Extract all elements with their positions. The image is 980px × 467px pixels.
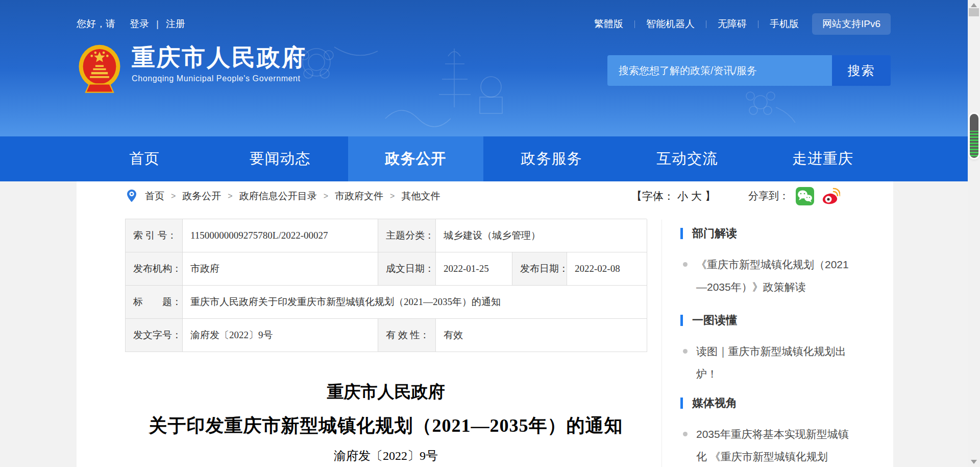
sidebar-section-title: 一图读懂 [692,313,737,328]
greeting-text: 您好，请 [77,17,115,31]
search-button[interactable]: 搜索 [832,55,891,86]
breadcrumb-separator: > [390,192,395,201]
font-smaller-button[interactable]: 小 [677,189,688,203]
bullet-dot-icon [683,349,688,354]
meta-label-title: 标 题： [126,286,183,319]
register-link[interactable]: 注册 [166,17,185,31]
share-label: 分享到： [748,189,789,203]
sidebar-item-text: 读图｜重庆市新型城镇化规划出炉！ [696,340,850,385]
bullet-dot-icon [683,432,688,436]
utility-bar: 您好，请 登录 | 注册 繁體版 智能机器人 无障碍 手机版 网站支持IPv6 [0,13,968,35]
site-header: 您好，请 登录 | 注册 繁體版 智能机器人 无障碍 手机版 网站支持IPv6 [0,0,968,136]
section-accent-bar [680,315,683,326]
breadcrumb-separator: > [324,192,328,201]
font-larger-button[interactable]: 大 [691,189,702,203]
font-size-control: 【字体： 小 大 】 [631,189,716,203]
sidebar-section-title: 媒体视角 [692,395,737,411]
sidebar-section-title: 部门解读 [692,226,737,241]
breadcrumb-gov-open[interactable]: 政务公开 [182,190,221,203]
location-pin-icon [127,189,137,203]
breadcrumb-info-directory[interactable]: 政府信息公开目录 [239,190,317,203]
sidebar-item-text: 《重庆市新型城镇化规划（2021—2035年）》政策解读 [696,253,850,298]
accessibility-link[interactable]: 无障碍 [718,17,747,31]
font-size-label-open: 【字体： [631,189,674,203]
document-title-line1: 重庆市人民政府 [125,382,647,402]
scrollbar-down-arrow[interactable] [971,460,977,464]
bullet-dot-icon [683,262,688,267]
meta-value-topic-category: 城乡建设（城乡管理） [436,219,647,252]
nav-item-news[interactable]: 要闻动态 [212,136,348,181]
breadcrumb-home[interactable]: 首页 [145,190,164,203]
meta-label-index-no: 索 引 号： [126,219,183,252]
nav-item-about-chongqing[interactable]: 走进重庆 [755,136,891,181]
site-title: 重庆市人民政府 [132,43,307,72]
related-sidebar: 部门解读 《重庆市新型城镇化规划（2021—2035年）》政策解读 一图读懂 读… [662,220,893,467]
meta-value-title: 重庆市人民政府关于印发重庆市新型城镇化规划（2021—2035年）的通知 [183,286,647,319]
site-brand[interactable]: 重庆市人民政府 Chongqing Municipal People's Gov… [77,43,307,100]
login-register-separator: | [156,18,159,30]
sidebar-item-media-article[interactable]: 2035年重庆将基本实现新型城镇化 《重庆市新型城镇化规划（2021—2035年… [680,423,893,467]
sidebar-section-media-view: 媒体视角 [680,395,893,411]
browser-viewport: 您好，请 登录 | 注册 繁體版 智能机器人 无障碍 手机版 网站支持IPv6 [0,0,980,467]
sidebar-item-policy-interpretation[interactable]: 《重庆市新型城镇化规划（2021—2035年）》政策解读 [680,253,893,298]
main-navigation: 首页 要闻动态 政务公开 政务服务 互动交流 走进重庆 [0,136,968,181]
document-title-line2: 关于印发重庆市新型城镇化规划（2021—2035年）的通知 [125,414,647,437]
login-link[interactable]: 登录 [130,17,149,31]
scrollbar-up-arrow[interactable] [971,3,977,7]
weibo-share-icon[interactable] [821,186,840,206]
scrollbar-green-extension-widget[interactable] [970,114,978,158]
nav-item-gov-services[interactable]: 政务服务 [483,136,619,181]
section-accent-bar [680,228,683,239]
sidebar-section-infographic: 一图读懂 [680,313,893,328]
meta-label-validity: 有 效 性： [378,319,436,352]
breadcrumb-separator: > [171,192,176,201]
national-emblem-logo [77,43,122,100]
smart-robot-link[interactable]: 智能机器人 [646,17,695,31]
document-meta-table: 索 引 号： 11500000009275780L/2022-00027 主题分… [125,219,647,352]
utility-separator [634,20,635,28]
scrollbar-thumb[interactable] [969,8,979,16]
sidebar-section-dept-interpretation: 部门解读 [680,226,893,241]
nav-item-home[interactable]: 首页 [77,136,212,181]
sidebar-item-infographic[interactable]: 读图｜重庆市新型城镇化规划出炉！ [680,340,893,385]
meta-value-index-no: 11500000009275780L/2022-00027 [183,219,378,252]
share-bar: 分享到： [748,186,840,206]
meta-value-publish-date: 2022-02-08 [567,252,647,286]
utility-separator [758,20,758,28]
nav-item-gov-affairs-open[interactable]: 政务公开 [348,136,484,181]
meta-label-publish-date: 发布日期： [512,252,567,286]
meta-value-doc-number: 渝府发〔2022〕9号 [183,319,378,352]
meta-label-topic-category: 主题分类： [378,219,436,252]
content-card: 首页 > 政务公开 > 政府信息公开目录 > 市政府文件 > 其他文件 【字体：… [77,181,893,467]
ipv6-badge: 网站支持IPv6 [812,13,891,35]
vertical-scrollbar[interactable] [968,0,980,467]
breadcrumb-toolbar-row: 首页 > 政务公开 > 政府信息公开目录 > 市政府文件 > 其他文件 【字体：… [77,181,893,211]
wechat-share-icon[interactable] [795,186,815,206]
sidebar-item-text: 2035年重庆将基本实现新型城镇化 《重庆市新型城镇化规划（2021—2035年… [696,423,850,467]
utility-separator [706,20,706,28]
meta-value-validity: 有效 [436,319,647,352]
site-subtitle: Chongqing Municipal People's Government [132,74,307,83]
search-input[interactable] [607,55,832,86]
header-decoration-cityscape [286,26,531,133]
meta-value-written-date: 2022-01-25 [436,252,512,286]
traditional-chinese-link[interactable]: 繁體版 [594,17,623,31]
meta-value-issuing-agency: 市政府 [183,252,378,286]
nav-item-interaction[interactable]: 互动交流 [619,136,755,181]
site-search: 搜索 [607,55,891,86]
breadcrumb-separator: > [228,192,232,201]
document-number: 渝府发〔2022〕9号 [125,448,647,463]
font-size-label-close: 】 [705,189,716,203]
document-main-column: 索 引 号： 11500000009275780L/2022-00027 主题分… [125,219,647,463]
meta-label-doc-number: 发文字号： [126,319,183,352]
breadcrumb: 首页 > 政务公开 > 政府信息公开目录 > 市政府文件 > 其他文件 [145,190,440,203]
section-accent-bar [680,398,683,409]
meta-label-written-date: 成文日期： [378,252,436,286]
meta-label-issuing-agency: 发布机构： [126,252,183,286]
mobile-version-link[interactable]: 手机版 [770,17,799,31]
breadcrumb-municipal-docs[interactable]: 市政府文件 [335,190,383,203]
breadcrumb-other-docs[interactable]: 其他文件 [401,190,440,203]
